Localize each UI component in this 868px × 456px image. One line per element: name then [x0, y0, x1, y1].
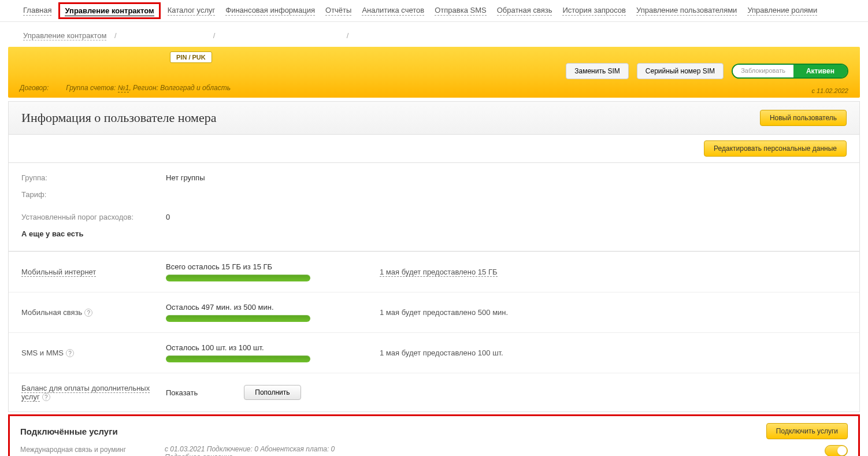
top-nav: Главная Управление контрактом Каталог ус… — [0, 0, 868, 22]
services-section: Подключённые услуги Подключить услуги Ме… — [8, 414, 860, 456]
services-title: Подключённые услуги — [20, 427, 118, 436]
contract-header: PIN / PUK Заменить SIM Серийный номер SI… — [8, 47, 860, 98]
usage-internet-row: Мобильный интернет Всего осталось 15 ГБ … — [9, 251, 859, 292]
user-details: Группа: Нет группы Тариф: Установленный … — [8, 163, 860, 251]
edit-personal-button[interactable]: Редактировать персональные данные — [704, 140, 847, 157]
service-toggle[interactable] — [825, 445, 848, 456]
threshold-label: Установленный порог расходов: — [21, 213, 166, 221]
usage-calls-next: 1 мая будет предоставлено 500 мин. — [380, 308, 508, 317]
usage-calls-text: Осталось 497 мин. из 500 мин. — [166, 303, 380, 312]
usage-internet-text: Всего осталось 15 ГБ из 15 ГБ — [166, 262, 380, 271]
usage-sms-row: SMS и MMS? Осталось 100 шт. из 100 шт. 1… — [9, 332, 859, 373]
region-text: , Регион: Волгоград и область — [129, 84, 231, 92]
usage-sms-label: SMS и MMS — [21, 349, 64, 357]
since-date: с 11.02.2022 — [811, 87, 848, 94]
usage-calls-row: Мобильная связь? Осталось 497 мин. из 50… — [9, 292, 859, 332]
group-field-value: Нет группы — [166, 173, 205, 182]
breadcrumb-root[interactable]: Управление контрактом — [23, 31, 106, 40]
service-detail-link[interactable]: Подробное описание — [165, 453, 233, 456]
topup-button[interactable]: Пополнить — [244, 385, 301, 400]
new-user-button[interactable]: Новый пользователь — [760, 110, 847, 126]
usage-internet-next[interactable]: 1 мая будет предоставлено 15 ГБ — [380, 268, 498, 277]
group-field-label: Группа: — [21, 173, 166, 182]
group-link[interactable]: №1 — [118, 84, 129, 92]
breadcrumb-sep3: / — [347, 31, 349, 40]
nav-main[interactable]: Главная — [23, 6, 51, 16]
nav-contract[interactable]: Управление контрактом — [65, 6, 154, 16]
usage-sms-next: 1 мая будет предоставлено 100 шт. — [380, 349, 503, 357]
edit-row: Редактировать персональные данные — [8, 135, 860, 163]
usage-balance-row: Баланс для оплаты дополнительных услуг? … — [9, 373, 859, 411]
balance-show[interactable]: Показать — [166, 388, 198, 397]
nav-contract-highlight: Управление контрактом — [58, 2, 160, 19]
userinfo-header: Информация о пользователе номера Новый п… — [8, 101, 860, 135]
usage-internet-bar — [166, 275, 310, 281]
usage-calls-label: Мобильная связь — [21, 308, 82, 317]
usage-section: Мобильный интернет Всего осталось 15 ГБ … — [8, 251, 860, 412]
service-name: Международная связь и роуминг (постоплат… — [20, 445, 165, 456]
nav-analytics[interactable]: Аналитика счетов — [362, 6, 424, 16]
breadcrumb: Управление контрактом / / / — [0, 22, 868, 47]
serial-sim-button[interactable]: Серийный номер SIM — [637, 63, 724, 79]
nav-finance[interactable]: Финансовая информация — [225, 6, 315, 16]
usage-sms-text: Осталось 100 шт. из 100 шт. — [166, 343, 380, 352]
nav-sms[interactable]: Отправка SMS — [435, 6, 486, 16]
usage-balance-label[interactable]: Баланс для оплаты дополнительных услуг — [21, 384, 150, 402]
tariff-field-label: Тариф: — [21, 190, 166, 199]
nav-users[interactable]: Управление пользователями — [636, 6, 737, 16]
block-button[interactable]: Заблокировать — [733, 65, 793, 77]
page-title: Информация о пользователе номера — [21, 110, 217, 125]
nav-feedback[interactable]: Обратная связь — [497, 6, 552, 16]
nav-catalog[interactable]: Каталог услуг — [168, 6, 216, 16]
status-active: Активен — [793, 65, 847, 77]
replace-sim-button[interactable]: Заменить SIM — [566, 63, 629, 79]
help-icon[interactable]: ? — [42, 393, 50, 401]
breadcrumb-sep: / — [114, 31, 117, 40]
also-have-header: А еще у вас есть — [21, 229, 847, 238]
service-row: Международная связь и роуминг (постоплат… — [20, 445, 848, 456]
service-meta: с 01.03.2021 Подключение: 0 Абонентская … — [165, 445, 813, 453]
nav-reports[interactable]: Отчёты — [325, 6, 351, 16]
help-icon[interactable]: ? — [66, 349, 74, 357]
nav-roles[interactable]: Управление ролями — [747, 6, 817, 16]
usage-calls-bar — [166, 315, 310, 322]
connect-services-button[interactable]: Подключить услуги — [766, 423, 848, 439]
contract-label: Договор: — [20, 84, 49, 92]
nav-history[interactable]: История запросов — [562, 6, 626, 16]
group-label: Группа счетов: — [66, 84, 116, 92]
status-pill: Заблокировать Активен — [732, 64, 848, 79]
pin-puk-button[interactable]: PIN / PUK — [170, 51, 212, 63]
usage-internet-label[interactable]: Мобильный интернет — [21, 268, 96, 277]
threshold-value: 0 — [166, 213, 170, 221]
help-icon[interactable]: ? — [84, 309, 92, 317]
usage-sms-bar — [166, 355, 310, 362]
breadcrumb-sep2: / — [213, 31, 216, 40]
